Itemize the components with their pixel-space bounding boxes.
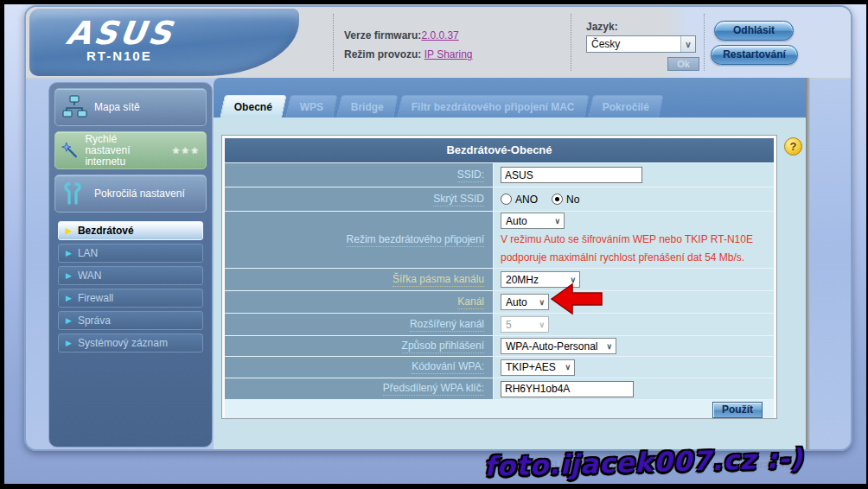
form-row-ssid: SSID: bbox=[225, 162, 774, 187]
network-map-icon bbox=[61, 94, 87, 120]
form-row-wireless-mode: Režim bezdrátového připojení Auto ∨ V re… bbox=[225, 211, 774, 268]
sidebar-item-lan[interactable]: ▶ LAN bbox=[58, 244, 203, 263]
sidebar-menu: ▶ Bezdrátové ▶ LAN ▶ WAN ▶ Firewall ▶ Sp… bbox=[54, 221, 207, 352]
sidebar-item-wireless[interactable]: ▶ Bezdrátové bbox=[58, 221, 203, 240]
sidebar-item-label: LAN bbox=[78, 247, 98, 259]
brand-panel: ASUS RT-N10E bbox=[29, 9, 299, 76]
wireless-mode-select[interactable]: Auto ∨ bbox=[501, 213, 565, 229]
wireless-general-form: Bezdrátové-Obecné SSID: Skrýt SSID ANO N… bbox=[222, 136, 776, 418]
form-footer-row: Použít bbox=[225, 399, 774, 419]
channel-select[interactable]: Auto ∨ bbox=[501, 294, 549, 310]
wpa-encryption-select[interactable]: TKIP+AES ∨ bbox=[501, 359, 575, 376]
language-selected-value: Česky bbox=[587, 38, 680, 50]
hide-ssid-radio-no[interactable]: No bbox=[552, 194, 579, 206]
sidebar-item-label: Správa bbox=[78, 314, 111, 327]
stars-icon: ★★★ bbox=[171, 145, 200, 156]
sidebar-item-label: WAN bbox=[78, 270, 102, 282]
wireless-mode-note-line2: podporuje maximální rychlost přenášení d… bbox=[501, 249, 744, 267]
tab-advanced[interactable]: Pokročilé bbox=[588, 95, 664, 117]
menu-arrow-icon: ▶ bbox=[66, 339, 72, 347]
radio-icon[interactable] bbox=[552, 194, 563, 205]
radio-label: ANO bbox=[515, 194, 538, 206]
sidebar-item-label: Firewall bbox=[78, 292, 113, 304]
sidebar-item-label: Mapa sítě bbox=[94, 102, 140, 113]
form-row-wpa-key: Předsdílený WPA klíč: bbox=[225, 378, 774, 399]
channel-bandwidth-label: Šířka pásma kanálu bbox=[393, 273, 484, 287]
language-ok-button[interactable]: Ok bbox=[667, 57, 699, 71]
logout-button[interactable]: Odhlásit bbox=[714, 21, 794, 41]
menu-arrow-icon: ▶ bbox=[66, 294, 72, 302]
dropdown-arrow-icon: ∨ bbox=[551, 217, 564, 225]
extension-channel-label: Rozšířený kanál bbox=[410, 318, 484, 332]
hide-ssid-radio-yes[interactable]: ANO bbox=[501, 194, 538, 206]
menu-arrow-icon: ▶ bbox=[66, 316, 72, 325]
help-icon[interactable]: ? bbox=[784, 137, 802, 156]
router-model: RT-N10E bbox=[86, 48, 152, 63]
dropdown-arrow-icon: ∨ bbox=[680, 36, 695, 52]
dropdown-arrow-icon: ∨ bbox=[535, 321, 548, 329]
hide-ssid-label: Skrýt SSID bbox=[433, 193, 484, 206]
firmware-version-link[interactable]: 2.0.0.37 bbox=[421, 29, 458, 41]
tab-bridge[interactable]: Bridge bbox=[337, 95, 399, 117]
wireless-mode-label: Režim bezdrátového připojení bbox=[347, 233, 484, 247]
ssid-input[interactable] bbox=[501, 167, 642, 183]
asus-logo-icon: ASUS bbox=[62, 16, 227, 52]
auth-method-select[interactable]: WPA-Auto-Personal ∨ bbox=[501, 338, 616, 354]
sidebar-item-advanced-settings[interactable]: Pokročilá nastavení bbox=[54, 175, 207, 213]
sidebar-item-quick-internet-setup[interactable]: Rychlé nastavení internetu ★★★ bbox=[54, 131, 207, 169]
language-label: Jazyk: bbox=[586, 21, 618, 33]
menu-arrow-icon: ▶ bbox=[66, 271, 72, 280]
tab-wireless-mac-filter[interactable]: Filtr bezdrátového připojení MAC bbox=[398, 95, 590, 117]
sidebar-item-label: Pokročilá nastavení bbox=[94, 188, 185, 200]
sidebar-item-label: Bezdrátové bbox=[78, 225, 134, 237]
language-select[interactable]: Česky ∨ bbox=[586, 35, 696, 53]
form-row-auth-method: Způsob přihlášení WPA-Auto-Personal ∨ bbox=[225, 335, 774, 356]
tab-bar: Obecné WPS Bridge Filtr bezdrátového při… bbox=[214, 78, 806, 117]
header: ASUS RT-N10E Verze firmwaru:2.0.0.37 Rež… bbox=[26, 7, 852, 79]
firmware-label: Verze firmwaru: bbox=[344, 29, 421, 41]
radio-icon[interactable] bbox=[501, 194, 512, 205]
tools-icon bbox=[61, 181, 87, 206]
svg-text:ASUS: ASUS bbox=[64, 16, 176, 52]
sidebar-item-label: Systémový záznam bbox=[78, 337, 168, 349]
header-divider bbox=[333, 14, 334, 71]
extension-channel-select: 5 ∨ bbox=[501, 316, 549, 333]
dropdown-arrow-icon: ∨ bbox=[561, 363, 574, 372]
red-callout-arrow-icon bbox=[551, 283, 604, 317]
radio-label: No bbox=[566, 194, 579, 206]
header-divider bbox=[704, 14, 705, 71]
wpa-encryption-label: Kódování WPA: bbox=[412, 360, 484, 374]
apply-button[interactable]: Použít bbox=[712, 402, 763, 418]
header-divider bbox=[571, 14, 571, 71]
dropdown-arrow-icon: ∨ bbox=[603, 342, 616, 351]
tab-wps[interactable]: WPS bbox=[285, 95, 338, 117]
form-row-hide-ssid: Skrýt SSID ANO No bbox=[225, 187, 774, 211]
panel-title: Bezdrátové-Obecné bbox=[225, 138, 774, 162]
form-row-channel-bandwidth: Šířka pásma kanálu 20MHz ∨ bbox=[225, 268, 774, 290]
magic-wand-icon bbox=[61, 137, 78, 163]
content-right-divider bbox=[806, 78, 810, 451]
ssid-label: SSID: bbox=[457, 168, 484, 182]
sidebar-item-firewall[interactable]: ▶ Firewall bbox=[58, 289, 203, 308]
channel-label: Kanál bbox=[457, 295, 484, 309]
sidebar-item-network-map[interactable]: Mapa sítě bbox=[54, 88, 207, 126]
hide-ssid-radio-group: ANO No bbox=[501, 194, 579, 206]
firmware-info: Verze firmwaru:2.0.0.37 Režim provozu: I… bbox=[344, 29, 473, 67]
sidebar-item-system-log[interactable]: ▶ Systémový záznam bbox=[58, 333, 203, 352]
sidebar: Mapa sítě Rychlé nastavení internetu ★★★… bbox=[48, 82, 213, 448]
wpa-key-input[interactable] bbox=[501, 381, 634, 397]
form-row-channel: Kanál Auto ∨ bbox=[225, 290, 774, 313]
sidebar-item-label: Rychlé nastavení internetu bbox=[85, 134, 164, 168]
menu-arrow-icon: ▶ bbox=[66, 249, 72, 257]
wpa-key-label: Předsdílený WPA klíč: bbox=[383, 382, 484, 396]
sidebar-item-administration[interactable]: ▶ Správa bbox=[58, 311, 203, 330]
form-row-extension-channel: Rozšířený kanál 5 ∨ bbox=[225, 313, 774, 335]
restart-button[interactable]: Restartování bbox=[711, 45, 798, 65]
tab-general[interactable]: Obecné bbox=[220, 95, 287, 117]
dropdown-arrow-icon: ∨ bbox=[535, 298, 548, 307]
operation-mode-link[interactable]: IP Sharing bbox=[424, 48, 473, 60]
sidebar-item-wan[interactable]: ▶ WAN bbox=[58, 266, 203, 285]
router-admin-window: ASUS RT-N10E Verze firmwaru:2.0.0.37 Rež… bbox=[24, 5, 852, 451]
menu-arrow-icon: ▶ bbox=[66, 226, 72, 235]
wireless-mode-note-line1: V režimu Auto se šifrováním WEP nebo TKI… bbox=[501, 231, 753, 249]
